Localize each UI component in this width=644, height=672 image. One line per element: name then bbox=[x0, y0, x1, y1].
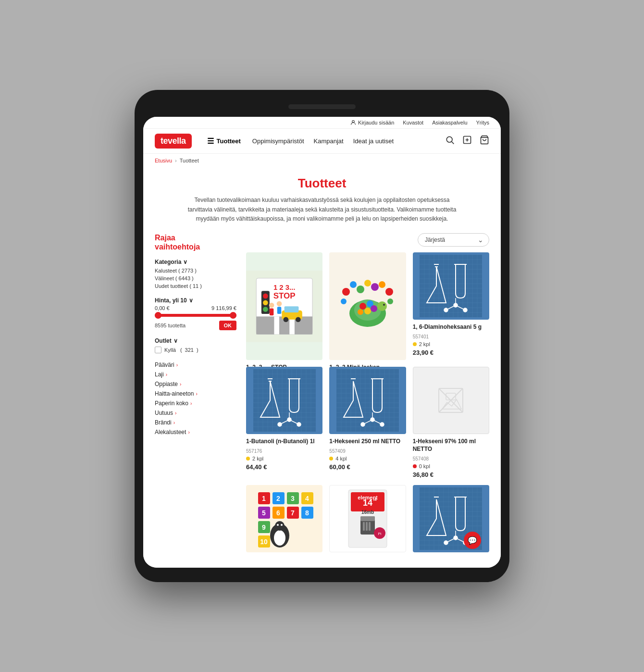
breadcrumb-home[interactable]: Etusivu bbox=[155, 158, 172, 163]
product-card[interactable]: 1-Butanoli (n-Butanoli) 1l 557176 2 kpl … bbox=[246, 367, 322, 478]
svg-text:2: 2 bbox=[276, 495, 280, 502]
product-card[interactable]: 1 2 3... STOP 1, 2, 3 … STOP 095750 12 k… bbox=[246, 252, 322, 360]
outlet-header[interactable]: Outlet ∨ bbox=[155, 336, 236, 346]
outlet-yes-checkbox[interactable]: Kyllä (321) bbox=[155, 346, 236, 354]
price-chevron-icon: ∨ bbox=[189, 297, 193, 304]
svg-point-32 bbox=[358, 309, 363, 315]
product-image bbox=[413, 367, 489, 434]
search-button[interactable] bbox=[445, 135, 455, 147]
screen: Kirjaudu sisään Kuvastot Asiakaspalvelu … bbox=[143, 117, 501, 567]
nav-link-kampanjat[interactable]: Kampanjat bbox=[314, 137, 344, 145]
svg-rect-180 bbox=[360, 516, 375, 521]
product-card[interactable]: 💬 bbox=[413, 485, 489, 556]
svg-point-218 bbox=[444, 541, 448, 545]
product-image bbox=[413, 252, 489, 320]
nav-link-ideat[interactable]: Ideat ja uutiset bbox=[353, 137, 394, 145]
price-range-slider[interactable] bbox=[155, 314, 236, 317]
page-description: Tevellan tuotevalikoimaan kuuluu varhais… bbox=[187, 196, 457, 224]
customer-service-link[interactable]: Asiakaspalvelu bbox=[432, 120, 467, 125]
svg-rect-21 bbox=[277, 307, 281, 314]
svg-text:10: 10 bbox=[260, 538, 268, 546]
product-image bbox=[329, 252, 406, 360]
product-card[interactable]: 1, 2, 3 Minä lasken 431310 7 kpl 62,90 € bbox=[329, 252, 406, 360]
arrow-right-icon: › bbox=[173, 420, 175, 425]
filter-paperin-koko[interactable]: Paperin koko › bbox=[155, 398, 236, 408]
filter-uudet[interactable]: Uudet tuotteet ( 11 ) bbox=[155, 282, 236, 290]
product-title: 1-Hekseeni 250 ml NETTO bbox=[329, 438, 406, 446]
pictures-link[interactable]: Kuvastot bbox=[403, 120, 423, 125]
filter-haitta[interactable]: Haitta-aineeton › bbox=[155, 389, 236, 398]
filter-laji[interactable]: Laji › bbox=[155, 370, 236, 379]
svg-point-141 bbox=[380, 423, 384, 426]
filter-count-row: 8595 tuotetta OK bbox=[155, 321, 236, 330]
price-range-labels: 0,00 € 9 116,99 € bbox=[155, 305, 236, 311]
svg-rect-183 bbox=[369, 522, 371, 531]
svg-rect-8 bbox=[274, 316, 279, 334]
product-image: 💬 bbox=[413, 485, 489, 552]
outlet-chevron-icon: ∨ bbox=[173, 337, 178, 344]
checkbox-icon bbox=[155, 347, 161, 353]
range-handle-left[interactable] bbox=[155, 312, 161, 319]
sort-select[interactable]: Järjestä Hinta: halvin ensin Hinta: kall… bbox=[418, 233, 489, 247]
product-card[interactable]: 1-Hekseeni 250 ml NETTO 557409 4 kpl 60,… bbox=[329, 367, 406, 478]
svg-point-168 bbox=[281, 524, 283, 526]
range-handle-right[interactable] bbox=[230, 312, 236, 319]
price-header[interactable]: Hinta, yli 10 ∨ bbox=[155, 296, 236, 305]
main-content: Tuotteet Tevellan tuotevalikoimaan kuulu… bbox=[143, 167, 501, 567]
svg-text:7: 7 bbox=[291, 509, 295, 517]
product-image: 1 2 3... STOP bbox=[246, 252, 322, 360]
login-link[interactable]: Kirjaudu sisään bbox=[350, 120, 394, 125]
filter-ok-button[interactable]: OK bbox=[219, 321, 237, 330]
svg-text:16mb: 16mb bbox=[361, 510, 374, 515]
breadcrumb: Etusivu › Tuotteet bbox=[143, 154, 501, 167]
filter-alekalusteet[interactable]: Alekalusteet › bbox=[155, 427, 236, 437]
sort-wrapper: Järjestä Hinta: halvin ensin Hinta: kall… bbox=[418, 233, 489, 247]
top-bar: Kirjaudu sisään Kuvastot Asiakaspalvelu … bbox=[143, 117, 501, 129]
filter-oppiaste[interactable]: Oppiaste › bbox=[155, 379, 236, 389]
products-area: Järjestä Hinta: halvin ensin Hinta: kall… bbox=[246, 233, 489, 556]
product-price: 23,90 € bbox=[413, 349, 489, 356]
category-chevron-icon: ∨ bbox=[183, 259, 187, 265]
nav-links: Oppimisympäristöt Kampanjat Ideat ja uut… bbox=[252, 137, 433, 145]
cart-button[interactable] bbox=[480, 135, 489, 147]
flask-illustration bbox=[329, 367, 406, 434]
svg-text:3: 3 bbox=[291, 495, 295, 502]
product-card[interactable]: element 14 i4 bbox=[329, 485, 406, 556]
filter-paaväri[interactable]: Pääväri › bbox=[155, 360, 236, 370]
filter-valineet[interactable]: Välineet ( 6443 ) bbox=[155, 274, 236, 282]
product-card[interactable]: 1 2 3 4 5 6 bbox=[246, 485, 322, 556]
product-card[interactable]: 1-Hekseeni 97% 100 ml NETTO 557408 0 kpl… bbox=[413, 367, 489, 478]
flask-illustration bbox=[246, 367, 322, 434]
product-price: 64,40 € bbox=[246, 463, 322, 471]
svg-point-38 bbox=[379, 281, 385, 288]
filter-brandi[interactable]: Brändi › bbox=[155, 418, 236, 427]
filter-kalusteet[interactable]: Kalusteet ( 2773 ) bbox=[155, 267, 236, 274]
svg-text:i4: i4 bbox=[373, 498, 377, 502]
edit-button[interactable] bbox=[462, 135, 472, 147]
logo[interactable]: tevella bbox=[155, 134, 192, 149]
stock-dot bbox=[246, 457, 250, 460]
svg-point-74 bbox=[463, 308, 467, 312]
arrow-right-icon: › bbox=[176, 362, 178, 368]
svg-point-37 bbox=[371, 283, 379, 291]
product-sku: 557176 bbox=[246, 448, 322, 454]
svg-text:4: 4 bbox=[305, 495, 309, 502]
svg-text:8: 8 bbox=[305, 509, 309, 517]
menu-button[interactable]: ☰ Tuotteet bbox=[207, 137, 241, 146]
arrow-right-icon: › bbox=[180, 382, 181, 387]
stock-dot bbox=[329, 457, 333, 460]
company-link[interactable]: Yritys bbox=[476, 120, 490, 125]
category-header[interactable]: Kategoria ∨ bbox=[155, 257, 236, 267]
svg-point-18 bbox=[269, 303, 274, 308]
svg-point-13 bbox=[263, 307, 268, 312]
product-count: 8595 tuotetta bbox=[155, 323, 186, 328]
nav-link-oppimisymparistot[interactable]: Oppimisympäristöt bbox=[252, 137, 304, 145]
svg-text:14: 14 bbox=[363, 498, 372, 508]
products-grid: 1 2 3... STOP 1, 2, 3 … STOP 095750 12 k… bbox=[246, 252, 489, 556]
filter-uutuus[interactable]: Uutuus › bbox=[155, 408, 236, 418]
arrow-right-icon: › bbox=[190, 401, 192, 406]
product-card[interactable]: 1, 6-Diaminoheksaani 5 g 557401 2 kpl 23… bbox=[413, 252, 489, 360]
product-image bbox=[329, 367, 406, 434]
svg-text:6: 6 bbox=[276, 509, 280, 517]
svg-point-11 bbox=[263, 294, 268, 299]
